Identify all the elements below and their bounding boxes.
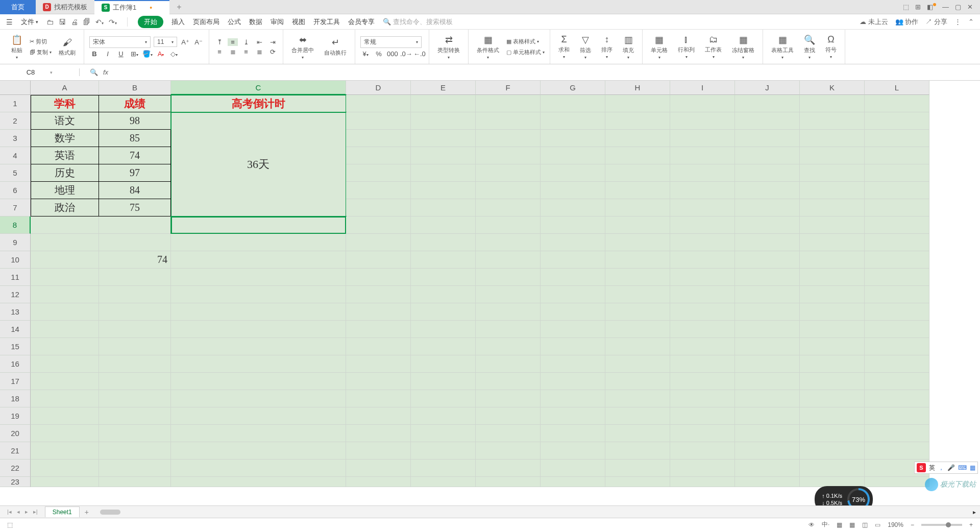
cell-C8-selected[interactable] (171, 216, 346, 234)
sheet-tab-1[interactable]: Sheet1 (45, 506, 80, 517)
tab-home[interactable]: 首页 (0, 0, 36, 14)
copy-button[interactable]: 🗐 复制▾ (30, 49, 52, 56)
status-eye-icon[interactable]: 👁 (808, 521, 815, 528)
ime-toolbar[interactable]: S 英 ， 🎤 ⌨ ▦ (914, 462, 978, 474)
font-name-combo[interactable]: 宋体▾ (89, 36, 151, 48)
filter-button[interactable]: ▽筛选▾ (577, 33, 594, 61)
redo-icon[interactable]: ↷▾ (109, 18, 117, 26)
cell-A3[interactable]: 数学 (31, 130, 99, 147)
cell-C2-merged[interactable]: 36天 (171, 112, 346, 216)
col-G[interactable]: G (541, 81, 605, 95)
grid[interactable]: A B C D E F G H I J K L 1 学科 成绩 高考倒计时 2 … (0, 81, 980, 487)
row-22[interactable]: 22 (0, 460, 31, 477)
bold-button[interactable]: B (89, 50, 100, 58)
cancel-icon[interactable]: 🔍 (90, 68, 98, 76)
dec-decimal-icon[interactable]: ←.0 (413, 50, 424, 58)
status-cn-icon[interactable]: 中· (822, 520, 829, 529)
currency-icon[interactable]: ¥▾ (360, 50, 371, 58)
cell-C1[interactable]: 高考倒计时 (171, 95, 346, 112)
col-C[interactable]: C (171, 81, 346, 95)
menu-layout[interactable]: 页面布局 (193, 17, 219, 27)
win-maximize[interactable]: ▢ (955, 3, 961, 11)
zoom-out-icon[interactable]: − (911, 521, 914, 528)
cloud-status[interactable]: ☁ 未上云 (860, 17, 888, 27)
row-17[interactable]: 17 (0, 373, 31, 390)
sheet-nav-prev-icon[interactable]: ◂ (17, 509, 20, 515)
cell-B8[interactable] (99, 216, 171, 234)
row-5[interactable]: 5 (0, 164, 31, 182)
status-mode-icon[interactable]: ⬚ (7, 521, 13, 528)
row-9[interactable]: 9 (0, 234, 31, 251)
zoom-slider[interactable] (921, 524, 962, 526)
menu-start[interactable]: 开始 (138, 16, 163, 28)
menu-review[interactable]: 审阅 (271, 17, 284, 27)
find-button[interactable]: 🔍查找▾ (801, 33, 818, 61)
cell-B5[interactable]: 97 (99, 164, 171, 182)
win-btn-1[interactable]: ⬚ (903, 3, 909, 11)
row-7[interactable]: 7 (0, 199, 31, 216)
menu-vip[interactable]: 会员专享 (348, 17, 375, 27)
col-I[interactable]: I (670, 81, 735, 95)
cell-B2[interactable]: 98 (99, 112, 171, 130)
row-18[interactable]: 18 (0, 390, 31, 407)
symbol-button[interactable]: Ω符号▾ (822, 33, 840, 60)
align-left-icon[interactable]: ≡ (214, 48, 225, 56)
phonetic-button[interactable]: ◇▾ (169, 50, 179, 58)
align-bottom-icon[interactable]: ⤓ (241, 38, 251, 46)
sheet-add-button[interactable]: + (80, 508, 94, 516)
row-16[interactable]: 16 (0, 355, 31, 373)
share-button[interactable]: ↗ 分享 (925, 17, 947, 27)
font-size-combo[interactable]: 11▾ (154, 37, 177, 47)
status-grid-icon[interactable]: ▦ (837, 521, 842, 528)
row-3[interactable]: 3 (0, 130, 31, 147)
cell-A1[interactable]: 学科 (31, 95, 99, 112)
view-normal-icon[interactable]: ▦ (849, 521, 855, 528)
row-12[interactable]: 12 (0, 286, 31, 303)
row-14[interactable]: 14 (0, 321, 31, 338)
row-1[interactable]: 1 (0, 95, 31, 112)
align-middle-icon[interactable]: ≡ (228, 38, 238, 46)
row-20[interactable]: 20 (0, 425, 31, 442)
menu-formula[interactable]: 公式 (228, 17, 241, 27)
tab-template[interactable]: D 找稻壳模板 (36, 0, 94, 14)
win-minimize[interactable]: — (942, 3, 949, 11)
sort-button[interactable]: ↕排序▾ (598, 33, 616, 60)
view-layout-icon[interactable]: ▭ (875, 521, 880, 528)
row-8[interactable]: 8 (0, 216, 31, 234)
hscroll-track[interactable] (100, 510, 963, 515)
col-E[interactable]: E (411, 81, 476, 95)
cell-A4[interactable]: 英语 (31, 147, 99, 164)
orientation-icon[interactable]: ⟳ (267, 48, 278, 56)
col-A[interactable]: A (31, 81, 99, 95)
col-B[interactable]: B (99, 81, 171, 95)
ime-mic-icon[interactable]: 🎤 (947, 464, 955, 471)
col-K[interactable]: K (800, 81, 865, 95)
menu-more-icon[interactable]: ⋮ (954, 18, 961, 26)
ime-keyboard-icon[interactable]: ⌨ (958, 464, 967, 471)
view-pagebreak-icon[interactable]: ◫ (862, 521, 868, 528)
col-J[interactable]: J (735, 81, 800, 95)
hscroll-right-icon[interactable]: ▸ (969, 509, 980, 516)
ime-lang[interactable]: 英 (929, 464, 935, 472)
sheet-nav-next-icon[interactable]: ▸ (25, 509, 28, 515)
increase-font-icon[interactable]: A⁺ (180, 38, 190, 46)
row-13[interactable]: 13 (0, 303, 31, 321)
row-10[interactable]: 10 (0, 251, 31, 269)
number-format-combo[interactable]: 常规▾ (360, 36, 422, 48)
rowcol-button[interactable]: ⫿行和列▾ (675, 33, 698, 60)
fill-button[interactable]: ▥填充▾ (620, 33, 637, 61)
cell-D1[interactable] (346, 95, 411, 112)
perf-monitor[interactable]: ↑ 0.1K/s ↓ 0.5K/s 73% (815, 486, 873, 505)
zoom-in-icon[interactable]: + (969, 521, 973, 528)
collab-button[interactable]: 👥 协作 (895, 17, 919, 27)
row-21[interactable]: 21 (0, 442, 31, 460)
indent-inc-icon[interactable]: ⇥ (267, 38, 278, 46)
col-F[interactable]: F (476, 81, 541, 95)
cell-B3[interactable]: 85 (99, 130, 171, 147)
cell-A8[interactable] (31, 216, 99, 234)
zoom-level[interactable]: 190% (888, 521, 903, 528)
wrap-text-button[interactable]: ↵自动换行 (321, 36, 350, 58)
fx-icon[interactable]: fx (103, 68, 108, 76)
freeze-button[interactable]: ▦冻结窗格▾ (729, 33, 757, 61)
type-convert-button[interactable]: ⇄类型转换▾ (434, 33, 463, 61)
